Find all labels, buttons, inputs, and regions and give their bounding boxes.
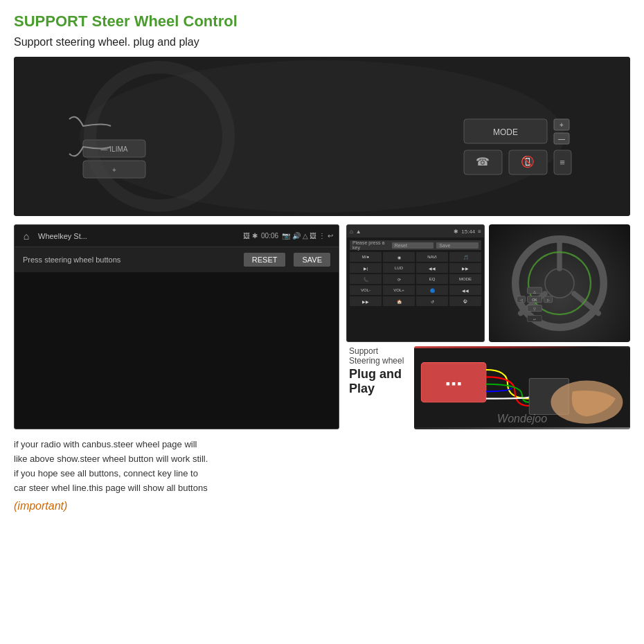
android-black-area (15, 272, 339, 386)
mini-content-area: Please press a key Reset Save M/● ◉ NAVI… (347, 238, 484, 309)
mini-press-bar: Please press a key Reset Save (350, 240, 481, 250)
subtitle: Support steering wheel. plug and play (14, 36, 630, 48)
mini-cell-lud: LUD (383, 263, 415, 273)
mini-cell-navi: NAVI (416, 252, 448, 262)
mini-cell-bt: 🔵 (416, 285, 448, 295)
svg-text:◁: ◁ (520, 298, 523, 303)
mini-home-icon: ⌂ (350, 229, 353, 235)
android-content-bar: Press steering wheel buttons RESET SAVE (15, 247, 339, 272)
mini-cell-rot: ↺ (416, 296, 448, 306)
right-top: ⌂ ▲ ✱ 15:44 ≡ Please press a key Reset S… (346, 224, 630, 342)
watermark: Wondejoo (497, 413, 547, 425)
mini-cell-1: M/● (350, 252, 382, 262)
mini-cell-volp: VOL+ (383, 285, 415, 295)
topbar-icons: 🖼 ✱ 00:06 📷 🔊 △ 🖼 ⋮ ↩ (243, 232, 333, 240)
support-steering-label: Support Steering wheel (349, 346, 410, 366)
important-text: (important) (14, 500, 329, 512)
mini-reset-btn[interactable]: Reset (392, 242, 434, 249)
svg-text:△: △ (533, 289, 536, 294)
mini-cell-play: ▶| (350, 263, 382, 273)
svg-text:▷: ▷ (547, 298, 550, 303)
mini-cell-back: ◀◀ (449, 285, 481, 295)
mini-bt-icon: ✱ (454, 229, 458, 235)
bottom-left: if your radio with canbus.steer wheel pa… (14, 438, 329, 512)
svg-text:☎: ☎ (476, 156, 490, 168)
mini-cell-2: ◉ (383, 252, 415, 262)
steering-wheel-image: — ILIMA + MODE + — ☎ 📵 ≡ (14, 57, 630, 216)
small-steering-image: △ OK ▽ ◁ ▷ ↩ (489, 224, 630, 342)
desc-line1: if your radio with canbus.steer wheel pa… (14, 439, 197, 449)
svg-text:+: + (560, 121, 564, 129)
svg-text:—: — (558, 135, 565, 143)
bottom-section: if your radio with canbus.steer wheel pa… (14, 438, 630, 512)
plug-and-play-label: Plug and Play (349, 367, 410, 396)
svg-text:↩: ↩ (533, 317, 536, 321)
mini-topbar: ⌂ ▲ ✱ 15:44 ≡ (347, 225, 484, 238)
title-control: Control (179, 12, 237, 30)
mini-cell-next: ▶▶ (449, 263, 481, 273)
svg-text:▽: ▽ (533, 307, 536, 311)
mini-cell-prev: ◀◀ (416, 263, 448, 273)
bottom-panels: ⌂ Wheelkey St... 🖼 ✱ 00:06 📷 🔊 △ 🖼 ⋮ ↩ P… (14, 224, 630, 429)
android-topbar: ⌂ Wheelkey St... 🖼 ✱ 00:06 📷 🔊 △ 🖼 ⋮ ↩ (15, 225, 339, 247)
mini-cell-mode: MODE (449, 274, 481, 284)
svg-text:📵: 📵 (521, 155, 535, 168)
mini-menu-icon: ≡ (478, 229, 481, 235)
mini-please-text: Please press a key (352, 240, 389, 250)
support-label-area: Support Steering wheel Plug and Play (346, 346, 410, 396)
time-label: 00:06 (261, 232, 278, 240)
mini-grid: M/● ◉ NAVI 🎵 ▶| LUD ◀◀ ▶▶ 📞 ⟳ EQ MODE (350, 252, 481, 306)
description: if your radio with canbus.steer wheel pa… (14, 438, 332, 495)
mini-cell-fwd: ▶▶ (350, 296, 382, 306)
svg-text:OK: OK (532, 298, 537, 303)
svg-text:MODE: MODE (493, 127, 518, 137)
svg-text:≡: ≡ (560, 157, 565, 168)
title-support: SUPPORT (14, 12, 87, 30)
page-wrapper: SUPPORT Steer Wheel Control Support stee… (0, 0, 644, 644)
title-wheel: Wheel (130, 12, 179, 30)
mini-time: 15:44 (461, 229, 475, 235)
home-icon: ⌂ (20, 230, 33, 242)
mini-cell-power: ⏻ (449, 296, 481, 306)
app-name-label: Wheelkey St... (38, 232, 238, 240)
title-steer: Steer (87, 12, 129, 30)
right-panel: ⌂ ▲ ✱ 15:44 ≡ Please press a key Reset S… (346, 224, 630, 429)
mini-save-btn[interactable]: Save (436, 242, 478, 249)
header-title: SUPPORT Steer Wheel Control (14, 12, 630, 30)
svg-text:■ ■ ■: ■ ■ ■ (446, 380, 461, 387)
svg-text:— ILIMA: — ILIMA (101, 145, 128, 153)
steering-wheel-svg: — ILIMA + MODE + — ☎ 📵 ≡ (14, 57, 630, 216)
svg-point-20 (545, 269, 574, 298)
mini-wifi-icon: ▲ (356, 229, 361, 235)
mini-cell-volm: VOL- (350, 285, 382, 295)
mini-android: ⌂ ▲ ✱ 15:44 ≡ Please press a key Reset S… (346, 224, 485, 342)
mini-cell-eq: EQ (416, 274, 448, 284)
desc-line4: car steer whel line.this page will show … (14, 483, 208, 493)
desc-line2: like above show.steer wheel button will … (14, 454, 208, 464)
right-bottom: Support Steering wheel Plug and Play ■ ■… (346, 346, 630, 429)
mini-cell-home: 🏠 (383, 296, 415, 306)
press-text: Press steering wheel buttons (23, 256, 235, 264)
svg-text:+: + (112, 166, 116, 174)
mini-cell-phone: 📞 (350, 274, 382, 284)
desc-line3: if you hope see all buttons, connect key… (14, 468, 198, 478)
mini-cell-refresh: ⟳ (383, 274, 415, 284)
save-button[interactable]: SAVE (294, 253, 330, 267)
small-steering-svg: △ OK ▽ ◁ ▷ ↩ (508, 231, 611, 335)
mini-cell-music: 🎵 (449, 252, 481, 262)
wires-image: ■ ■ ■ Wondejoo (414, 346, 630, 429)
left-android-panel: ⌂ Wheelkey St... 🖼 ✱ 00:06 📷 🔊 △ 🖼 ⋮ ↩ P… (14, 224, 339, 429)
reset-button[interactable]: RESET (244, 253, 286, 267)
